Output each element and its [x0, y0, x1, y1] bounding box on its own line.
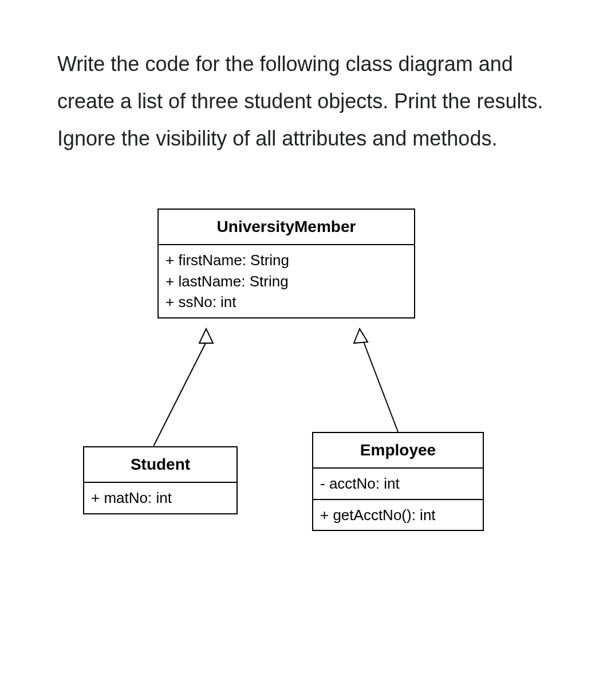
class-methods-employee: + getAcctNo(): int [313, 500, 483, 530]
attribute-row: + firstName: String [165, 250, 407, 270]
class-attributes-student: + matNo: int [84, 483, 236, 513]
class-attributes-university-member: + firstName: String + lastName: String +… [159, 245, 414, 317]
class-university-member: UniversityMember + firstName: String + l… [157, 209, 415, 318]
class-name-employee: Employee [313, 433, 483, 469]
uml-diagram: UniversityMember + firstName: String + l… [57, 209, 554, 581]
attribute-row: - acctNo: int [320, 473, 476, 494]
svg-marker-1 [199, 329, 213, 343]
attribute-row: + matNo: int [91, 487, 230, 508]
class-student: Student + matNo: int [83, 446, 238, 514]
class-attributes-employee: - acctNo: int [313, 469, 483, 500]
svg-marker-3 [354, 329, 368, 343]
attribute-row: + ssNo: int [165, 292, 407, 312]
attribute-row: + lastName: String [165, 271, 407, 292]
svg-line-2 [364, 342, 398, 432]
class-name-student: Student [84, 447, 236, 483]
method-row: + getAcctNo(): int [320, 505, 476, 525]
class-employee: Employee - acctNo: int + getAcctNo(): in… [312, 432, 484, 531]
question-prompt: Write the code for the following class d… [57, 46, 554, 157]
class-name-university-member: UniversityMember [159, 210, 414, 245]
svg-line-0 [153, 342, 206, 446]
